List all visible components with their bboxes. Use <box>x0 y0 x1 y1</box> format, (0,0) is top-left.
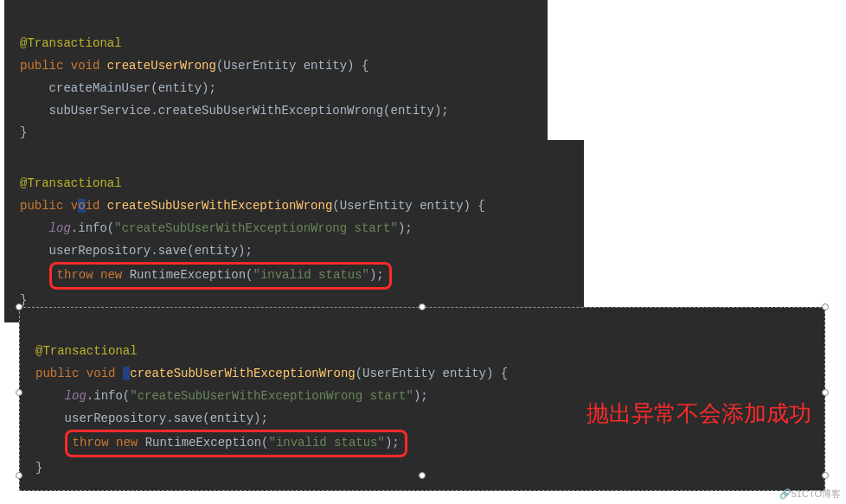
repo: userRepository <box>49 244 151 258</box>
watermark: 🔗51CTO博客 <box>779 488 841 501</box>
method-name: createSubUserWithExceptionWrong <box>130 367 355 380</box>
line-call-1: createMainUser(entity); <box>49 81 216 95</box>
str-1: "createSubUserWithExceptionWrong start" <box>130 389 413 403</box>
code-block-1: @Transactional public void createUserWro… <box>4 0 548 155</box>
selection-handle[interactable] <box>16 389 22 396</box>
signature-tail: (UserEntity entity) { <box>356 367 508 380</box>
subuser-call: .createSubUserWithExceptionWrong(entity)… <box>151 104 448 118</box>
rtex-close: ); <box>369 268 384 282</box>
runtime-ex: RuntimeException( <box>130 268 253 282</box>
selection-handle[interactable] <box>419 303 426 310</box>
annotation: @Transactional <box>35 344 138 358</box>
highlighted-throw-line: throw new RuntimeException("invalid stat… <box>65 430 407 457</box>
str-2: "invalid status" <box>253 268 369 282</box>
signature-tail: (UserEntity entity) { <box>332 199 484 213</box>
runtime-ex: RuntimeException( <box>145 436 269 450</box>
selection-handle[interactable] <box>16 472 22 479</box>
close-brace: } <box>20 125 27 139</box>
kw-void-cursor: o <box>78 199 85 213</box>
subuser-service: subUserService <box>49 104 151 118</box>
info-close: ); <box>413 389 428 403</box>
str-1: "createSubUserWithExceptionWrong start" <box>114 221 398 235</box>
repo: userRepository <box>65 411 167 425</box>
selection-handle[interactable] <box>822 472 829 479</box>
kw-void: void <box>87 367 116 380</box>
code-block-2: @Transactional public void createSubUser… <box>4 140 584 322</box>
rtex-close: ); <box>385 436 400 450</box>
kw-new: new <box>116 436 138 450</box>
close-brace: } <box>35 461 42 475</box>
annotation: @Transactional <box>20 36 122 50</box>
signature-tail: (UserEntity entity) { <box>216 59 369 73</box>
info-close: ); <box>398 221 413 235</box>
cursor <box>123 367 130 380</box>
log-var: log <box>49 221 71 235</box>
annotation: @Transactional <box>20 176 122 190</box>
method-name: createSubUserWithExceptionWrong <box>107 199 332 213</box>
kw-public: public <box>20 199 63 213</box>
kw-throw: throw <box>73 436 109 450</box>
selection-handle[interactable] <box>822 389 829 396</box>
kw-void: void <box>71 59 100 73</box>
str-2: "invalid status" <box>268 436 384 450</box>
highlighted-throw-line: throw new RuntimeException("invalid stat… <box>49 262 392 290</box>
info-call: .info( <box>71 221 114 235</box>
kw-void-post: id <box>86 199 100 213</box>
kw-public: public <box>35 367 79 380</box>
selection-handle[interactable] <box>822 303 829 310</box>
selection-handle[interactable] <box>16 303 22 310</box>
kw-new: new <box>100 268 122 282</box>
annotation-comment: 抛出异常不会添加成功 <box>586 398 811 429</box>
method-name: createUserWrong <box>107 59 216 73</box>
info-call: .info( <box>87 389 130 403</box>
kw-throw: throw <box>57 268 93 282</box>
kw-public: public <box>20 59 63 73</box>
kw-void-pre: v <box>71 199 78 213</box>
log-var: log <box>65 389 87 403</box>
selection-handle[interactable] <box>419 472 426 479</box>
save-call: .save(entity); <box>151 244 253 258</box>
save-call: .save(entity); <box>166 411 268 425</box>
